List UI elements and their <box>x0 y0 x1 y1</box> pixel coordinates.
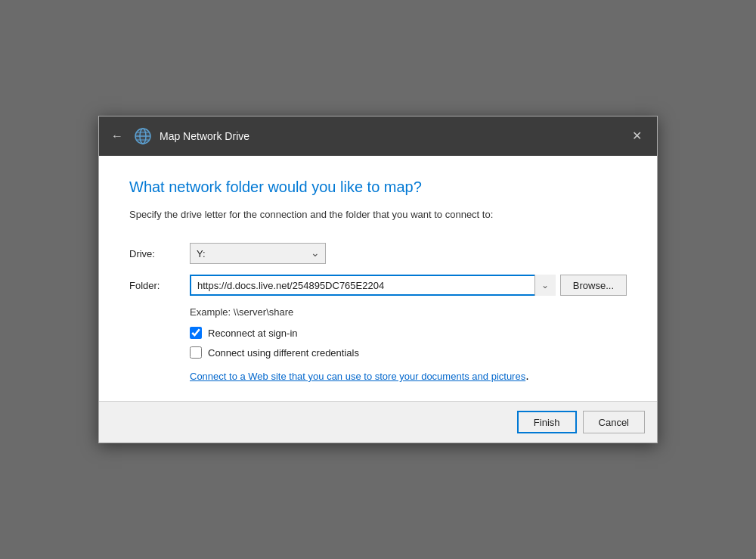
cancel-button[interactable]: Cancel <box>583 411 645 433</box>
web-site-link-container: Connect to a Web site that you can use t… <box>190 369 627 383</box>
svg-point-5 <box>135 129 150 144</box>
reconnect-row: Reconnect at sign-in <box>190 327 627 339</box>
dialog-title: Map Network Drive <box>160 130 618 142</box>
folder-label: Folder: <box>129 280 182 291</box>
folder-input-container: ⌄ <box>190 275 556 296</box>
folder-dropdown-button[interactable]: ⌄ <box>534 275 556 296</box>
web-site-link[interactable]: Connect to a Web site that you can use t… <box>190 371 525 382</box>
reconnect-checkbox[interactable] <box>190 327 202 339</box>
titlebar: ← Map Network Drive ✕ <box>99 116 657 156</box>
credentials-checkbox[interactable] <box>190 346 202 359</box>
folder-input[interactable] <box>190 275 556 296</box>
drive-label: Drive: <box>129 248 182 259</box>
credentials-row: Connect using different credentials <box>190 346 627 359</box>
dialog-footer: Finish Cancel <box>99 401 657 443</box>
close-button[interactable]: ✕ <box>626 126 648 146</box>
globe-icon <box>134 127 152 145</box>
drive-select[interactable]: Y: Z: X: W: <box>190 243 326 264</box>
reconnect-label[interactable]: Reconnect at sign-in <box>208 328 298 339</box>
drive-row: Drive: Y: Z: X: W: <box>129 243 627 264</box>
back-button[interactable]: ← <box>108 126 126 146</box>
map-network-drive-dialog: ← Map Network Drive ✕ What network folde… <box>98 116 658 443</box>
browse-button[interactable]: Browse... <box>560 275 627 296</box>
link-period: . <box>525 369 528 382</box>
drive-select-wrapper: Y: Z: X: W: <box>190 243 326 264</box>
folder-input-wrapper: ⌄ Browse... <box>190 275 627 296</box>
example-text: Example: \\server\share <box>190 306 627 318</box>
credentials-label[interactable]: Connect using different credentials <box>208 347 359 359</box>
finish-button[interactable]: Finish <box>517 411 577 433</box>
dialog-heading: What network folder would you like to ma… <box>129 179 627 196</box>
dialog-subtext: Specify the drive letter for the connect… <box>129 208 627 222</box>
dialog-content: What network folder would you like to ma… <box>99 156 657 401</box>
folder-row: Folder: ⌄ Browse... <box>129 275 627 296</box>
